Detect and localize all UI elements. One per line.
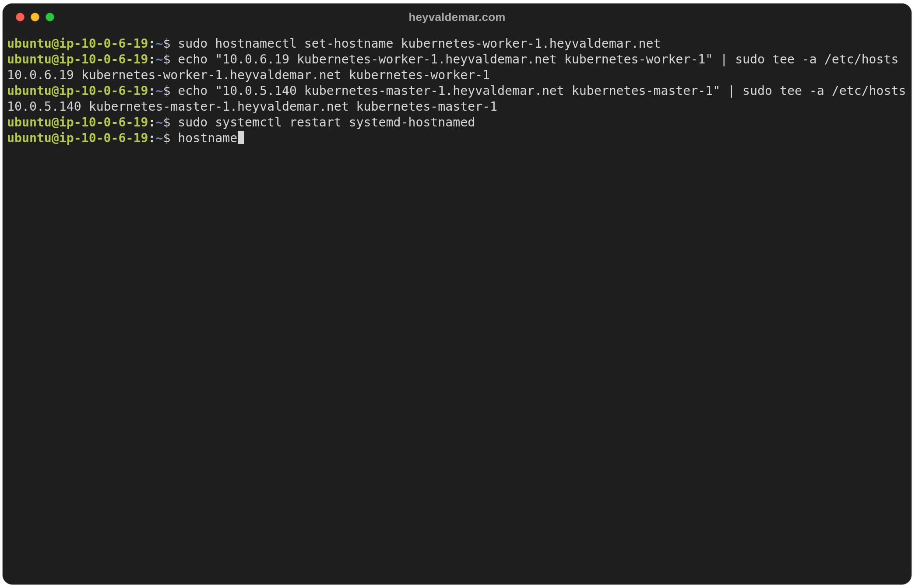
prompt-user-host: ubuntu@ip-10-0-6-19 <box>7 115 148 130</box>
prompt-symbol: $ <box>163 36 178 51</box>
prompt-symbol: $ <box>163 131 178 145</box>
terminal-window: heyvaldemar.com ubuntu@ip-10-0-6-19:~$ s… <box>3 4 911 584</box>
command-line: ubuntu@ip-10-0-6-19:~$ sudo hostnamectl … <box>7 36 907 52</box>
prompt-path: ~ <box>155 36 163 51</box>
prompt-separator: : <box>148 115 155 130</box>
prompt-symbol: $ <box>163 84 178 98</box>
maximize-icon[interactable] <box>46 13 54 21</box>
command-line: ubuntu@ip-10-0-6-19:~$ echo "10.0.6.19 k… <box>7 52 907 67</box>
prompt-separator: : <box>148 52 155 66</box>
traffic-lights <box>3 13 54 21</box>
prompt-path: ~ <box>155 131 163 145</box>
prompt-symbol: $ <box>163 52 178 66</box>
output-text: 10.0.6.19 kubernetes-worker-1.heyvaldema… <box>7 68 490 82</box>
prompt-user-host: ubuntu@ip-10-0-6-19 <box>7 52 148 66</box>
command-text: hostname <box>178 131 237 145</box>
command-text: echo "10.0.5.140 kubernetes-master-1.hey… <box>178 84 906 98</box>
prompt-separator: : <box>148 131 155 145</box>
prompt-user-host: ubuntu@ip-10-0-6-19 <box>7 84 148 98</box>
cursor-icon <box>238 131 244 144</box>
output-line: 10.0.5.140 kubernetes-master-1.heyvaldem… <box>7 99 907 115</box>
command-line: ubuntu@ip-10-0-6-19:~$ sudo systemctl re… <box>7 115 907 130</box>
command-line: ubuntu@ip-10-0-6-19:~$ hostname <box>7 130 907 146</box>
prompt-path: ~ <box>155 52 163 66</box>
command-text: echo "10.0.6.19 kubernetes-worker-1.heyv… <box>178 52 898 66</box>
prompt-symbol: $ <box>163 115 178 130</box>
titlebar: heyvaldemar.com <box>3 4 911 31</box>
output-text: 10.0.5.140 kubernetes-master-1.heyvaldem… <box>7 99 497 114</box>
minimize-icon[interactable] <box>31 13 39 21</box>
prompt-separator: : <box>148 84 155 98</box>
close-icon[interactable] <box>16 13 25 21</box>
terminal-output[interactable]: ubuntu@ip-10-0-6-19:~$ sudo hostnamectl … <box>3 31 911 150</box>
window-title: heyvaldemar.com <box>3 10 911 24</box>
prompt-user-host: ubuntu@ip-10-0-6-19 <box>7 36 148 51</box>
prompt-path: ~ <box>155 115 163 130</box>
command-line: ubuntu@ip-10-0-6-19:~$ echo "10.0.5.140 … <box>7 83 907 99</box>
prompt-user-host: ubuntu@ip-10-0-6-19 <box>7 131 148 145</box>
output-line: 10.0.6.19 kubernetes-worker-1.heyvaldema… <box>7 67 907 83</box>
prompt-separator: : <box>148 36 155 51</box>
prompt-path: ~ <box>155 84 163 98</box>
command-text: sudo hostnamectl set-hostname kubernetes… <box>178 36 661 51</box>
command-text: sudo systemctl restart systemd-hostnamed <box>178 115 475 130</box>
